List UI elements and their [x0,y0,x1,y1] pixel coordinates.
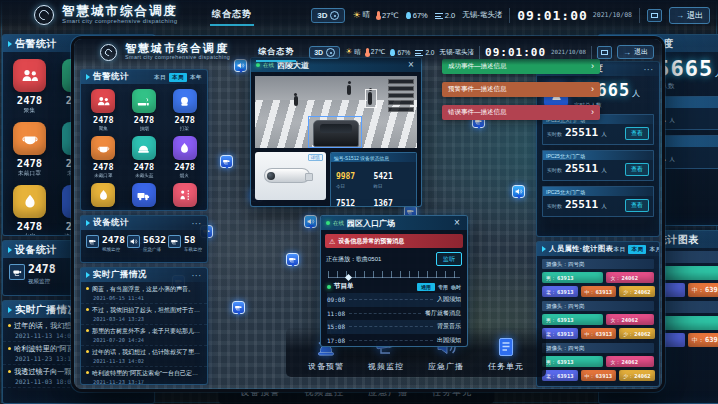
fullscreen-button[interactable] [647,9,662,22]
alarm-tile[interactable]: 2478未戴口罩 [5,122,54,178]
nav-tab-overview[interactable]: 综合态势 [210,5,254,26]
view-button[interactable]: 查看 [625,127,649,140]
attr-pill[interactable]: 男63913 [542,314,603,325]
speaker-map-marker[interactable] [512,185,525,198]
attr-pill[interactable]: 中63913 [581,370,617,381]
warning-icon: ⚠ [329,238,335,245]
camera-map-marker[interactable] [286,253,299,266]
attr-pill[interactable]: 少24062 [619,328,655,339]
attr-pill[interactable]: 老63913 [542,328,578,339]
device-stat[interactable]: 2478视频监控 [86,235,125,252]
more-button[interactable]: ··· [644,66,654,73]
broadcast-item[interactable]: 哈利波特里的“阿瓦达索命”一台自己定形的坐骑，型于…2021-11-23 13:… [81,367,207,385]
alert-banner[interactable]: ⚠ 设备信息异常的预警消息 [325,234,463,248]
attr-pill[interactable]: 少24062 [619,370,655,381]
tab-year[interactable]: 本年 [190,74,202,81]
alarm-tile[interactable]: 2478聚集 [83,89,124,131]
inner-topbar: 智慧城市综合调度 Smart city comprehensive dispat… [74,39,662,65]
attr-pill[interactable]: 少24062 [619,286,655,297]
attr-pill[interactable]: 老63913 [542,370,578,381]
attr-pill[interactable]: 老63913 [542,286,578,297]
alarm-tile[interactable]: 2478打架 [164,89,205,131]
attr-pill[interactable]: 中63913 [581,328,617,339]
device-status-stats: 编号-S1512 设备状态信息 9987今日 5421昨日 7512本周 136… [330,152,417,207]
device-stat: 5421昨日 [373,165,411,189]
camera-video-feed[interactable] [255,76,417,148]
view-button[interactable]: 查看 [625,163,649,176]
attr-pill[interactable]: 中63913 [688,333,718,347]
smart-city-dashboard-screen: 智慧城市综合调度 Smart city comprehensive dispat… [0,0,718,404]
alarm-tile[interactable]: 2478未戴头盔 [124,136,165,178]
alarm-tile[interactable]: 2478渣土车识别 [124,183,165,211]
location-label: 无锡-鼋头渚 [462,10,502,20]
broadcast-item[interactable]: 那里的古树意外不多，老子只要站那儿一站，一股仙气…2021-07-20 14:2… [81,325,207,346]
attr-pill[interactable]: 中63913 [581,286,617,297]
detail-badge[interactable]: 详情 [308,154,323,161]
attr-pill[interactable]: 男63913 [542,272,603,283]
tab-week[interactable]: 本周 [628,245,646,254]
attr-pill[interactable]: 中63913 [688,283,718,297]
alarm-panel: 告警统计 本日本周本年 2478聚集 2478抽烟 2478打架 2478未戴口… [80,69,208,211]
schedule-row[interactable]: 15:08背景音乐 [327,320,461,334]
attr-pill[interactable]: 男63913 [542,356,603,367]
broadcast-popup-header[interactable]: 在线 园区入口广场 × [321,216,467,230]
attr-pill[interactable]: 女24062 [606,356,654,367]
attr-group: 摄像头：四号岗 男63913女24062 老63913中63913少24062 [542,343,654,381]
droplet-icon [406,12,411,19]
app-title: 智慧城市综合调度 [62,5,178,18]
tab-month[interactable]: 本月 [649,246,660,253]
online-status: 在线 [333,220,344,227]
attr-pill[interactable]: 女24062 [606,272,654,283]
alarm-tile[interactable]: 2478聚集 [5,59,54,115]
exit-button[interactable]: →退出 [617,45,654,59]
broadcast-item[interactable]: 过年的话，我幻想过，估计陈叔买了里面个大容量模块…2021-11-13 14:0… [81,346,207,367]
mode-3d-toggle[interactable]: 3D [309,46,340,59]
alarm-tile[interactable]: 2478抽烟 [124,89,165,131]
playlist-tab[interactable]: 通用 [417,283,435,291]
nav-tab-overview[interactable]: 综合态势 [256,43,296,62]
playback-scrubber[interactable] [328,271,460,278]
clock-date: 2021/10/08 [593,11,632,19]
listen-button[interactable]: 监听 [436,252,462,266]
speaker-map-marker[interactable] [304,215,317,228]
tab-day[interactable]: 本日 [154,74,166,81]
app-subtitle: Smart city comprehensive dispatching [125,55,230,61]
alarm-tile[interactable]: 2478火灾 [83,183,124,211]
mode-3d-label: 3D [317,11,327,20]
mode-3d-toggle[interactable]: 3D [311,8,345,23]
tab-week[interactable]: 本周 [169,73,187,82]
more-button[interactable]: ··· [192,220,202,227]
device-stat[interactable]: 58车载监控 [168,235,202,252]
attr-pill[interactable]: 女24062 [606,314,654,325]
camera-map-marker[interactable] [232,301,245,314]
alarm-tile[interactable]: 2478人员越界识别 [164,183,205,211]
schedule-row[interactable]: 09:08入园须知 [327,293,461,307]
period-tabs: 本日本周本月 [613,245,660,254]
toast-warning[interactable]: 预警事件—描述信息 [442,82,600,97]
schedule-row[interactable]: 17:08出园须知 [327,334,461,348]
wind-icon [415,50,423,56]
device-stat[interactable]: 5632应急广播 [127,235,166,252]
device-photo-card: 详情 [255,152,326,200]
more-button[interactable]: ··· [192,272,202,279]
camera-map-marker[interactable] [220,155,233,168]
schedule-row[interactable]: 11:08餐厅就餐消息 [327,307,461,321]
alarm-tile[interactable]: 2478烟火 [164,136,205,178]
floating-dashboard-window[interactable]: 智慧城市综合调度 Smart city comprehensive dispat… [71,36,665,392]
exit-button[interactable]: →退出 [669,7,710,24]
fullscreen-button[interactable] [597,46,612,59]
view-button[interactable]: 查看 [625,199,649,212]
broadcast-item[interactable]: 阁蓝，有当愿浮意，这是小藩的声音。2021-06-15 11:41 [81,283,207,304]
temperature: 27℃ [366,48,386,56]
toast-error[interactable]: 错误事件—描述信息 [442,105,600,120]
playlist-tab[interactable]: 临时 [451,284,461,290]
alarm-tile[interactable]: 2478火灾 [5,185,54,236]
device-stat[interactable]: 2478视频监控 [9,264,56,285]
alarm-tile[interactable]: 2478未戴口罩 [83,136,124,178]
broadcast-item[interactable]: 不过，我依旧抬了起头，坦然面对于古不合的问题？2021-03-14 13:23 [81,304,207,325]
broadcast-popup-title: 园区入口广场 [347,218,395,229]
close-icon[interactable]: × [452,218,462,228]
dock-item-task-unit[interactable]: 任务单元 [488,335,524,372]
tab-day[interactable]: 本日 [613,246,625,253]
playlist-tab[interactable]: 专用 [438,284,448,290]
